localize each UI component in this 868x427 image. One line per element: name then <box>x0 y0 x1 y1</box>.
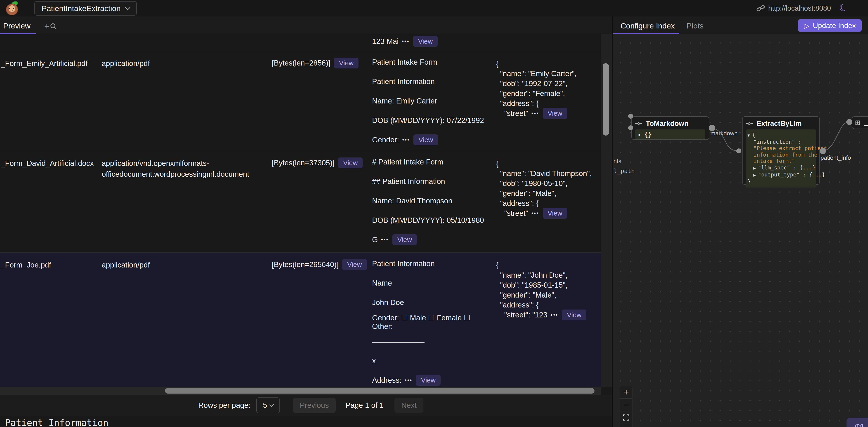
content-cell: # Patient Intake Form## Patient Informat… <box>372 151 493 252</box>
fit-view-button[interactable] <box>620 411 632 424</box>
json-segment: "Please extract patient <box>753 145 827 152</box>
dark-mode-toggle[interactable]: ☾ <box>837 1 849 14</box>
zoom-in-button[interactable]: + <box>620 386 632 398</box>
chevron-down-icon <box>125 5 130 10</box>
add-search-tab-button[interactable]: + <box>44 22 57 31</box>
ellipsis-icon[interactable]: ••• <box>405 377 412 384</box>
json-text: { <box>496 159 498 168</box>
json-segment: "llm_spec" : <box>758 164 800 171</box>
json-line: "address": { <box>496 300 600 310</box>
view-button[interactable]: View <box>334 58 359 68</box>
content-text: John Doe <box>372 298 404 307</box>
right-tab-bar: Configure Index Plots ▷ Update Index <box>613 17 868 34</box>
ellipsis-icon[interactable]: ••• <box>402 137 410 143</box>
view-button[interactable]: View <box>342 259 367 270</box>
top-bar: PatientIntakeExtraction http://localhost… <box>0 0 868 17</box>
node-extractbyllm[interactable]: ExtractByLlm ▼ {"instruction" :"Please e… <box>742 117 820 185</box>
view-button[interactable]: View <box>413 36 438 47</box>
view-button[interactable]: View <box>562 309 586 320</box>
app-switcher-button[interactable]: PatientIntakeExtraction <box>34 1 137 15</box>
json-segment: } <box>747 178 751 185</box>
port-tomarkdown-input-1[interactable] <box>628 113 633 119</box>
graph-canvas[interactable]: ToMarkdown ▶ {} ExtractByLlm ▼ {"instruc… <box>613 34 868 427</box>
json-tree-line: ▶ "output_type" : {...} <box>746 171 814 178</box>
triangle-icon: ▶ <box>753 166 758 170</box>
bytes-cell: [Bytes(len=2856)]View <box>272 51 369 151</box>
node-tomarkdown[interactable]: ToMarkdown ▶ {} <box>631 117 709 140</box>
view-button[interactable]: View <box>413 134 438 145</box>
node-collect[interactable]: ⊞ _cc <box>852 117 868 129</box>
view-button[interactable]: View <box>543 208 567 219</box>
chevron-down-icon <box>270 402 274 407</box>
json-line: { <box>496 260 600 270</box>
tab-configure-index[interactable]: Configure Index <box>620 22 675 30</box>
view-button[interactable]: View <box>393 234 417 245</box>
tab-plots[interactable]: Plots <box>686 22 704 30</box>
page-size-select[interactable]: 5 <box>256 397 280 413</box>
triangle-icon: ▶ <box>753 173 758 177</box>
json-text: "street": "123 <box>496 310 548 319</box>
content-line: # Patient Intake Form <box>372 152 493 172</box>
content-line: Name <box>372 273 493 293</box>
json-segment: } <box>822 171 825 178</box>
previous-page-button[interactable]: Previous <box>293 398 336 413</box>
vertical-scrollbar-thumb[interactable] <box>602 63 609 136</box>
port-extract-output[interactable] <box>819 148 826 154</box>
json-text: "name": "John Doe", <box>496 271 567 280</box>
graph-wires <box>613 34 868 427</box>
table-row[interactable]: _Form_David_Artificial.docxapplication/v… <box>0 151 601 252</box>
json-tree-line: } <box>746 178 814 185</box>
content-text: Name: David Thompson <box>372 197 452 205</box>
view-button[interactable]: View <box>543 108 567 119</box>
json-tree-line: "Please extract patient <box>746 145 814 152</box>
ellipsis-icon[interactable]: ••• <box>551 312 558 318</box>
node-header: ToMarkdown <box>632 117 709 129</box>
play-icon: ▷ <box>804 22 809 30</box>
app-logo-icon <box>5 2 18 15</box>
table-row[interactable]: 123 Mai•••View <box>0 34 601 51</box>
ellipsis-icon[interactable]: ••• <box>381 236 389 243</box>
tab-preview[interactable]: Preview <box>3 22 31 30</box>
view-button[interactable]: View <box>338 158 363 168</box>
zoom-out-button[interactable]: − <box>620 398 632 411</box>
node-json-tree[interactable]: ▼ {"instruction" :"Please extract patien… <box>746 129 816 188</box>
view-button[interactable]: View <box>416 375 440 386</box>
update-index-label: Update Index <box>813 22 856 30</box>
minimap-toggle-button[interactable] <box>846 418 868 427</box>
bytes-text: [Bytes(len=265640)] <box>272 260 339 269</box>
server-url[interactable]: http://localhost:8080 <box>756 0 831 17</box>
json-line: "name": "John Doe", <box>496 270 600 280</box>
ellipsis-icon[interactable]: ••• <box>531 210 539 217</box>
json-line: "street"•••View <box>496 108 600 119</box>
json-segment: { <box>809 171 812 178</box>
vertical-scrollbar[interactable] <box>601 34 612 387</box>
content-text: Patient Intake Form <box>372 58 437 66</box>
content-cell: Patient Intake FormPatient InformationNa… <box>372 51 493 151</box>
json-line: "street"•••View <box>496 208 600 218</box>
ellipsis-icon[interactable]: ••• <box>531 110 539 117</box>
mimetype-cell: application/vnd.openxmlformats-officedoc… <box>102 151 251 252</box>
table-row[interactable]: _Form_Joe.pdfapplication/pdf[Bytes(len=2… <box>0 252 601 387</box>
update-index-button[interactable]: ▷ Update Index <box>798 19 862 32</box>
extra-control-button[interactable] <box>620 424 632 427</box>
horizontal-scrollbar[interactable] <box>0 387 601 395</box>
edge-label-markdown: markdown <box>710 130 738 137</box>
json-segment: { <box>800 164 803 171</box>
collapsed-json-row[interactable]: ▶ {} <box>636 129 705 139</box>
content-text: Address: <box>372 376 401 385</box>
port-extract-input[interactable] <box>736 149 741 154</box>
pagination-bar: Rows per page: 5 Previous Page 1 of 1 Ne… <box>0 395 612 416</box>
table-row[interactable]: _Form_Emily_Artificial.pdfapplication/pd… <box>0 51 601 151</box>
ellipsis-icon[interactable]: ••• <box>402 38 409 44</box>
next-page-button[interactable]: Next <box>395 398 423 413</box>
table-icon: ⊞ <box>855 119 861 127</box>
port-tomarkdown-input-2[interactable] <box>628 125 633 130</box>
content-line: Gender: ☐ Male ☐ Female ☐ Other: <box>372 312 493 332</box>
content-text: DOB (MM/DD/YYYY): 07/22/1992 <box>372 116 484 125</box>
edge-label-path-cut: l_path <box>614 168 635 174</box>
moon-icon: ☾ <box>838 1 849 14</box>
port-collect-input[interactable] <box>846 119 852 125</box>
horizontal-scrollbar-thumb[interactable] <box>165 388 594 394</box>
page-size-value: 5 <box>263 401 267 409</box>
detail-preview-text: Patient Information <box>5 418 108 427</box>
